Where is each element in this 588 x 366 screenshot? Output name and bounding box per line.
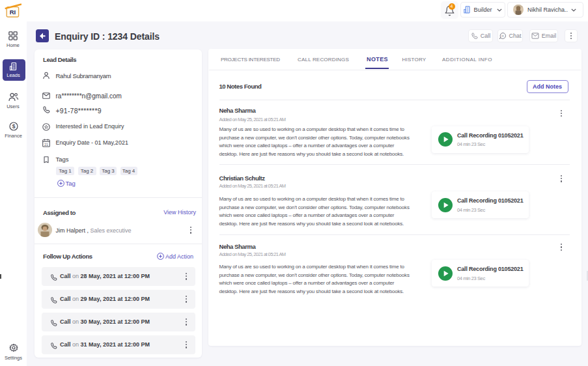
svg-text:RI: RI	[10, 8, 16, 16]
svg-text:$: $	[12, 123, 16, 130]
svg-text:in: in	[502, 35, 505, 38]
svg-text:21: 21	[44, 143, 48, 147]
